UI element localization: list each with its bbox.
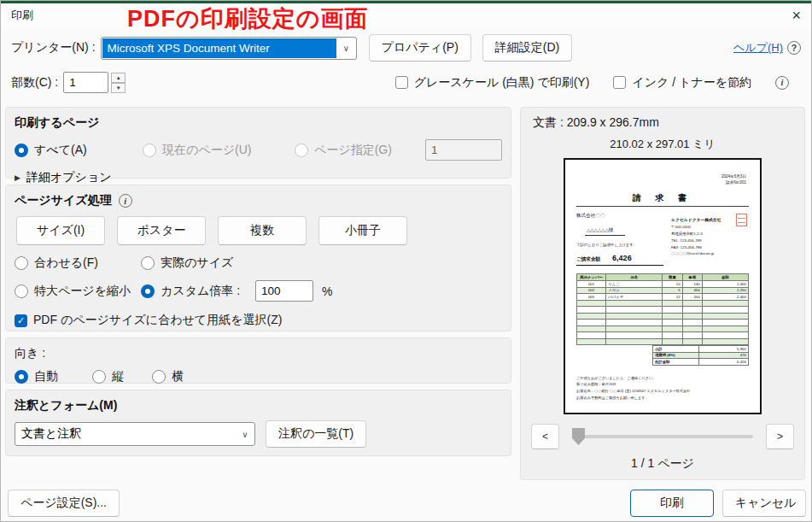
page-slider[interactable] [572,435,753,438]
document-size-text: 文書 : 209.9 x 296.7mm [531,115,794,131]
info-icon[interactable]: i [775,76,789,90]
copies-input[interactable]: 1 [63,72,108,93]
radio-all-pages[interactable]: すべて(A) [15,143,143,158]
radio-icon [15,256,28,270]
radio-fit[interactable]: 合わせる(F) [15,255,141,271]
invoice-totals: 小計5,950消費税 (8%)476合計金額6,426 [652,345,749,366]
invoice-amount-value: 6,426 [612,254,632,262]
landscape-label: 横 [172,369,184,384]
print-button[interactable]: 印刷 [630,490,714,517]
printer-selected-value: Microsoft XPS Document Writer [102,38,336,58]
page-preview: 2024年6月3日 請求No.001 請 求 書 株式会社〇〇 △△△△△△様 … [564,158,762,414]
invoice-date: 2024年6月3日 [721,173,746,179]
summarize-comments-button[interactable]: 注釈の一覧(T) [266,420,366,448]
radio-page-range[interactable]: ページ指定(G) [295,143,425,158]
advanced-options-expander[interactable]: ▶ 詳細オプション [15,170,502,185]
checkbox-unchecked-icon [395,76,408,89]
invoice-to-name: △△△△△△様 [585,227,625,236]
size-section-title: ページサイズ処理 [15,193,112,208]
page-setup-button[interactable]: ページ設定(S)... [8,490,120,517]
invoice-title: 請 求 書 [576,192,749,207]
properties-button[interactable]: プロパティ(P) [369,34,471,62]
fit-label: 合わせる(F) [34,255,98,271]
actual-size-label: 実際のサイズ [161,255,233,271]
invoice-table-head: 商品ナンバー品名数量単価金額 [577,274,749,281]
dialog-title: 印刷 [11,8,33,23]
invoice-sender-block: エクセルドクター株式会社〒000-0000都道府県市町1-2-3TEL: 123… [671,211,749,266]
print-option-checkboxes: グレースケール (白黒) で印刷(Y) インク / トナーを節約 i [395,75,789,91]
page-range-input[interactable]: 1 [425,139,502,161]
radio-disabled-icon [295,144,308,157]
invoice-greeting: 下記のとおりご請求申し上げます。 [576,243,671,247]
next-page-button[interactable]: > [766,424,794,449]
radio-selected-icon [15,370,28,384]
advanced-options-label: 詳細オプション [26,170,112,185]
grayscale-checkbox[interactable]: グレースケール (白黒) で印刷(Y) [395,75,590,91]
preview-panel: 文書 : 209.9 x 296.7mm 210.02 x 297.01 ミリ … [520,107,805,480]
dialog-body: 印刷するページ すべて(A) 現在のページ(U) ページ指定(G) 1 [1,102,811,480]
radio-icon [92,370,106,384]
printer-label: プリンター(N) : [11,40,96,56]
radio-current-page[interactable]: 現在のページ(U) [143,143,295,158]
multiple-button[interactable]: 複数 [218,216,307,245]
poster-button[interactable]: ポスター [117,216,206,245]
printer-row: プリンター(N) : Microsoft XPS Document Writer… [1,27,811,63]
auto-label: 自動 [34,369,58,384]
close-icon[interactable]: × [792,8,801,23]
spin-down-icon[interactable]: ▼ [111,83,126,93]
checkbox-unchecked-icon [613,76,626,89]
save-ink-label: インク / トナーを節約 [632,75,751,91]
portrait-label: 縦 [112,369,124,384]
orientation-title: 向き : [15,346,502,361]
copies-stepper: ▲ ▼ [111,73,126,93]
invoice-amount-label: ご請求金額 [576,256,600,263]
invoice-totals-body: 小計5,950消費税 (8%)476合計金額6,426 [652,346,748,366]
radio-disabled-icon [143,144,156,157]
comments-dropdown[interactable]: 文書と注釈 ∨ [15,422,255,446]
booklet-button[interactable]: 小冊子 [318,216,407,245]
spin-up-icon[interactable]: ▲ [111,73,126,83]
previous-page-button[interactable]: < [531,424,559,449]
comments-dropdown-value: 文書と注釈 [21,426,236,442]
pages-to-print-section: 印刷するページ すべて(A) 現在のページ(U) ページ指定(G) 1 [5,107,511,179]
checkbox-checked-icon: ✓ [15,314,27,327]
radio-landscape[interactable]: 横 [152,369,184,384]
page-size-section: ページサイズ処理 i サイズ(I) ポスター 複数 小冊子 合わせる(F) [5,185,511,331]
invoice-date-block: 2024年6月3日 請求No.001 [721,173,746,186]
expander-triangle-icon: ▶ [15,173,20,182]
paper-size-text: 210.02 x 297.01 ミリ [531,137,794,152]
page-count-text: 1 / 1 ページ [531,456,794,472]
radio-selected-icon [15,144,28,157]
copies-label: 部数(C) : [11,75,58,91]
shrink-label: 特大ページを縮小 [34,284,131,299]
radio-range-label: ページ指定(G) [314,143,392,158]
radio-auto-orientation[interactable]: 自動 [15,369,92,384]
radio-portrait[interactable]: 縦 [92,369,152,384]
save-ink-checkbox[interactable]: インク / トナーを節約 [613,75,751,91]
size-button[interactable]: サイズ(I) [16,216,105,245]
help-link[interactable]: ヘルプ(H) [733,40,783,56]
custom-scale-label: カスタム倍率 : [161,284,240,299]
slider-thumb[interactable] [572,428,585,445]
invoice-number: 請求No.001 [721,179,746,185]
scale-input[interactable]: 100 [255,280,313,302]
dialog-footer: ページ設定(S)... 印刷 キャンセル [1,480,811,517]
radio-actual-size[interactable]: 実際のサイズ [141,255,502,271]
size-mode-buttons: サイズ(I) ポスター 複数 小冊子 [16,216,500,245]
radio-icon [141,256,155,270]
radio-all-label: すべて(A) [34,143,87,158]
advanced-settings-button[interactable]: 詳細設定(D) [482,34,572,62]
radio-custom-scale[interactable]: カスタム倍率 : [141,284,240,299]
radio-shrink-oversized[interactable]: 特大ページを縮小 [15,284,141,299]
info-icon[interactable]: i [119,194,132,208]
printer-select[interactable]: Microsoft XPS Document Writer ∨ [101,37,357,60]
help-question-icon[interactable]: ? [787,41,801,55]
help-area: ヘルプ(H) ? [733,40,801,56]
chevron-down-icon: ∨ [337,38,356,59]
copies-row: 部数(C) : 1 ▲ ▼ グレースケール (白黒) で印刷(Y) インク / … [1,63,811,102]
choose-paper-checkbox[interactable]: ✓ PDF のページサイズに合わせて用紙を選択(Z) [15,313,502,328]
percent-sign: % [322,284,332,298]
cancel-button[interactable]: キャンセル [722,490,806,517]
preview-nav: < > [531,424,794,449]
radio-selected-icon [141,284,155,298]
